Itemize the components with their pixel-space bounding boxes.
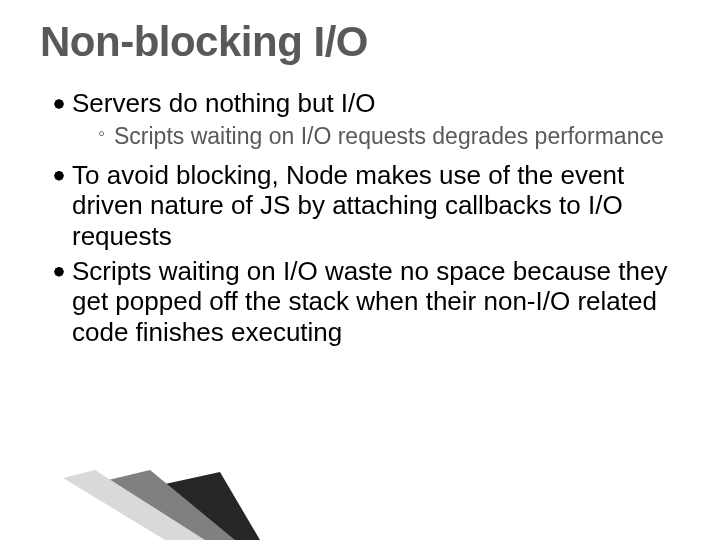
svg-marker-2	[0, 470, 205, 540]
sub-list-item: Scripts waiting on I/O requests degrades…	[98, 123, 680, 150]
bullet-list: Servers do nothing but I/O Scripts waiti…	[40, 88, 680, 348]
sub-bullet-text: Scripts waiting on I/O requests degrades…	[114, 123, 664, 149]
svg-marker-3	[0, 470, 165, 540]
list-item: Scripts waiting on I/O waste no space be…	[54, 256, 680, 348]
list-item: To avoid blocking, Node makes use of the…	[54, 160, 680, 252]
bullet-text: Scripts waiting on I/O waste no space be…	[72, 256, 667, 347]
list-item: Servers do nothing but I/O Scripts waiti…	[54, 88, 680, 150]
svg-marker-1	[0, 470, 235, 540]
slide-title: Non-blocking I/O	[40, 18, 680, 66]
corner-decoration-icon	[0, 470, 260, 540]
bullet-text: Servers do nothing but I/O	[72, 88, 376, 118]
bullet-text: To avoid blocking, Node makes use of the…	[72, 160, 624, 251]
svg-marker-0	[0, 472, 260, 540]
sub-list: Scripts waiting on I/O requests degrades…	[72, 123, 680, 150]
slide: Non-blocking I/O Servers do nothing but …	[0, 0, 720, 540]
